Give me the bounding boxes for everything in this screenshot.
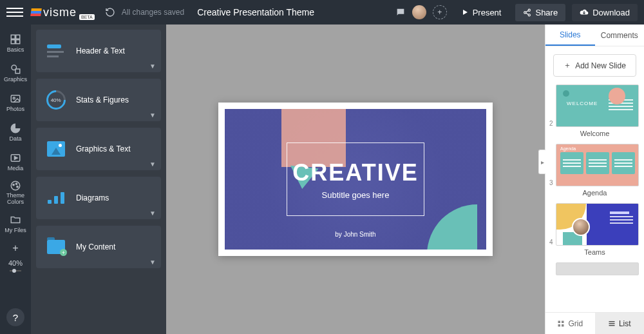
thumb-preview: Agenda <box>556 144 639 186</box>
cat-stats-figures[interactable]: 40% Stats & Figures ▼ <box>36 79 161 121</box>
collapse-panel-button[interactable]: ▸ <box>538 150 545 174</box>
svg-point-18 <box>13 184 14 185</box>
rail-basics[interactable]: Basics <box>0 28 31 58</box>
download-icon <box>580 8 589 17</box>
zoom-value: 40% <box>8 259 23 267</box>
svg-point-20 <box>17 186 18 187</box>
logo-beta-badge: BETA <box>79 14 95 20</box>
thumb-preview <box>556 262 639 275</box>
left-rail: Basics Graphics Photos Data Media Theme … <box>0 25 31 334</box>
svg-rect-9 <box>11 40 15 44</box>
logo-flag-icon <box>30 8 42 16</box>
add-collaborator-button[interactable]: + <box>433 5 447 19</box>
header-text-icon <box>45 40 67 62</box>
svg-rect-12 <box>15 69 20 74</box>
svg-rect-22 <box>562 320 564 323</box>
svg-rect-26 <box>609 323 614 324</box>
tab-slides[interactable]: Slides <box>545 25 595 46</box>
slide-frame: CREATIVE Subtitle goes here <box>287 142 424 216</box>
svg-point-19 <box>15 183 17 184</box>
svg-rect-10 <box>16 40 20 44</box>
list-icon <box>608 320 616 328</box>
slide-subtitle[interactable]: Subtitle goes here <box>322 190 390 200</box>
present-button[interactable]: Present <box>453 4 509 21</box>
stats-icon: 40% <box>45 89 67 111</box>
view-toggle: Grid List <box>545 312 644 334</box>
thumb-next[interactable] <box>551 262 639 275</box>
document-title[interactable]: Creative Presentation Theme <box>197 7 314 17</box>
rail-photos[interactable]: Photos <box>0 88 31 117</box>
thumb-teams[interactable]: 4 Teams <box>551 203 639 256</box>
svg-point-3 <box>529 14 531 15</box>
cat-graphics-text[interactable]: Graphics & Text ▼ <box>36 128 161 170</box>
svg-line-5 <box>526 13 529 14</box>
rail-graphics[interactable]: Graphics <box>0 58 31 88</box>
list-view-button[interactable]: List <box>595 313 645 334</box>
chat-icon[interactable] <box>395 7 406 17</box>
present-label: Present <box>473 8 502 17</box>
download-label: Download <box>592 8 630 17</box>
chevron-down-icon: ▼ <box>149 210 156 217</box>
svg-line-4 <box>526 10 529 12</box>
svg-point-17 <box>11 181 20 190</box>
plus-icon: ＋ <box>564 60 571 71</box>
diagrams-icon <box>45 187 67 209</box>
decor-teal-quarter <box>427 204 477 250</box>
logo[interactable]: visme BETA <box>31 6 95 19</box>
thumb-agenda[interactable]: 3 Agenda Agenda <box>551 144 639 197</box>
topbar: visme BETA All changes saved Creative Pr… <box>0 0 644 25</box>
add-slide-button[interactable]: ＋ Add New Slide <box>553 54 636 77</box>
grid-icon <box>557 320 565 328</box>
rail-media[interactable]: Media <box>0 147 31 177</box>
svg-rect-23 <box>558 324 561 327</box>
svg-rect-7 <box>11 35 15 39</box>
cat-header-text[interactable]: Header & Text ▼ <box>36 30 161 72</box>
logo-text: visme <box>43 6 77 19</box>
slide-title[interactable]: CREATIVE <box>292 159 418 186</box>
share-icon <box>523 8 531 17</box>
svg-rect-21 <box>558 320 561 323</box>
rail-add[interactable]: + <box>0 239 31 258</box>
chevron-down-icon: ▼ <box>149 112 156 119</box>
slide-thumbnails: 2 WELCOME Welcome 3 Agenda Agenda 4 Te <box>545 84 644 312</box>
zoom-slider[interactable] <box>10 270 21 271</box>
cat-diagrams[interactable]: Diagrams ▼ <box>36 177 161 219</box>
folder-icon: + <box>45 236 67 258</box>
rail-data[interactable]: Data <box>0 117 31 147</box>
chevron-down-icon: ▼ <box>149 63 156 70</box>
rail-theme-colors[interactable]: Theme Colors <box>0 177 31 209</box>
svg-rect-25 <box>609 321 614 322</box>
play-icon <box>461 8 469 16</box>
svg-rect-27 <box>609 325 614 326</box>
thumb-preview: WELCOME <box>556 84 639 127</box>
canvas[interactable]: CREATIVE Subtitle goes here by John Smit… <box>166 25 545 334</box>
svg-point-14 <box>13 97 15 99</box>
user-avatar[interactable] <box>412 5 426 19</box>
svg-marker-0 <box>463 10 468 15</box>
right-panel: ▸ Slides Comments ＋ Add New Slide 2 WELC… <box>545 25 644 334</box>
grid-view-button[interactable]: Grid <box>545 313 595 334</box>
help-button[interactable]: ? <box>6 308 24 326</box>
right-tabs: Slides Comments <box>545 25 644 46</box>
chevron-down-icon: ▼ <box>149 259 156 266</box>
share-button[interactable]: Share <box>515 4 565 21</box>
slide[interactable]: CREATIVE Subtitle goes here by John Smit… <box>218 103 493 256</box>
download-button[interactable]: Download <box>572 4 638 21</box>
svg-point-1 <box>529 9 531 11</box>
cat-my-content[interactable]: + My Content ▼ <box>36 226 161 268</box>
rail-my-files[interactable]: My Files <box>0 209 31 239</box>
svg-rect-24 <box>562 324 564 327</box>
slide-byline[interactable]: by John Smith <box>225 231 486 238</box>
share-label: Share <box>535 8 558 17</box>
undo-icon[interactable] <box>105 7 115 17</box>
graphics-icon <box>45 138 67 160</box>
menu-icon[interactable] <box>6 8 23 17</box>
chevron-down-icon: ▼ <box>149 161 156 168</box>
svg-rect-8 <box>16 35 20 39</box>
svg-marker-16 <box>15 157 18 160</box>
save-status: All changes saved <box>122 8 184 17</box>
tab-comments[interactable]: Comments <box>595 25 645 46</box>
svg-point-2 <box>524 11 526 13</box>
thumb-preview <box>556 203 639 246</box>
thumb-welcome[interactable]: 2 WELCOME Welcome <box>551 84 639 137</box>
